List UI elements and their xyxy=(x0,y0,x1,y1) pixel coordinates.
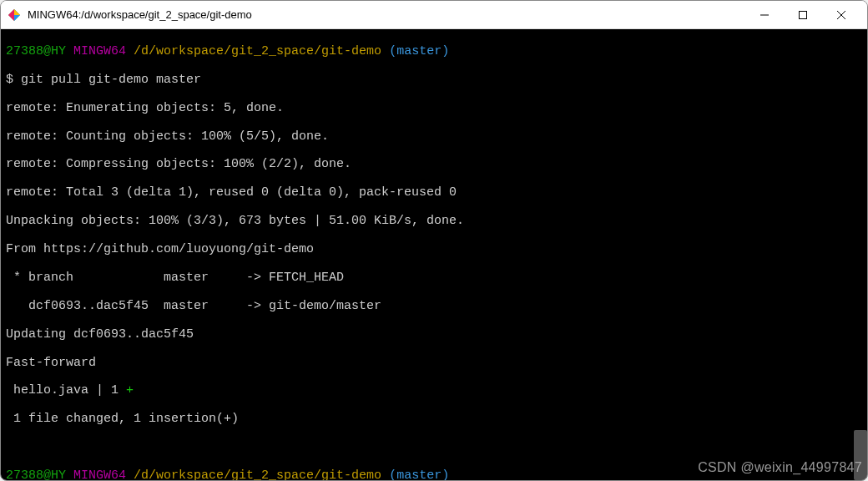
output-line: * branch master -> FETCH_HEAD xyxy=(6,271,862,286)
output-line: dcf0693..dac5f45 master -> git-demo/mast… xyxy=(6,300,862,314)
diffstat-summary: 1 file changed, 1 insertion(+) xyxy=(6,413,862,427)
command-line: $ git pull git-demo master xyxy=(6,73,862,88)
output-line: Fast-forward xyxy=(6,357,862,371)
svg-rect-1 xyxy=(800,11,807,18)
diffstat-line: hello.java | 1 + xyxy=(6,384,862,398)
output-line: Updating dcf0693..dac5f45 xyxy=(6,328,862,342)
terminal-window: MINGW64:/d/workspace/git_2_space/git-dem… xyxy=(0,0,868,481)
titlebar[interactable]: MINGW64:/d/workspace/git_2_space/git-dem… xyxy=(1,1,867,29)
output-line: From https://github.com/luoyuong/git-dem… xyxy=(6,243,862,257)
blank-line xyxy=(6,441,862,455)
output-line: remote: Compressing objects: 100% (2/2),… xyxy=(6,158,862,172)
window-title: MINGW64:/d/workspace/git_2_space/git-dem… xyxy=(28,8,745,21)
close-button[interactable] xyxy=(822,2,860,28)
window-controls xyxy=(745,2,860,28)
minimize-button[interactable] xyxy=(745,2,784,28)
output-line: remote: Counting objects: 100% (5/5), do… xyxy=(6,130,862,144)
maximize-button[interactable] xyxy=(784,2,822,28)
output-line: Unpacking objects: 100% (3/3), 673 bytes… xyxy=(6,215,862,229)
terminal-output[interactable]: 27388@HY MINGW64 /d/workspace/git_2_spac… xyxy=(1,29,867,480)
watermark: CSDN @weixin_44997847 xyxy=(698,460,862,475)
app-icon xyxy=(8,8,21,22)
output-line: remote: Total 3 (delta 1), reused 0 (del… xyxy=(6,186,862,200)
prompt-line: 27388@HY MINGW64 /d/workspace/git_2_spac… xyxy=(6,45,862,59)
output-line: remote: Enumerating objects: 5, done. xyxy=(6,102,862,116)
